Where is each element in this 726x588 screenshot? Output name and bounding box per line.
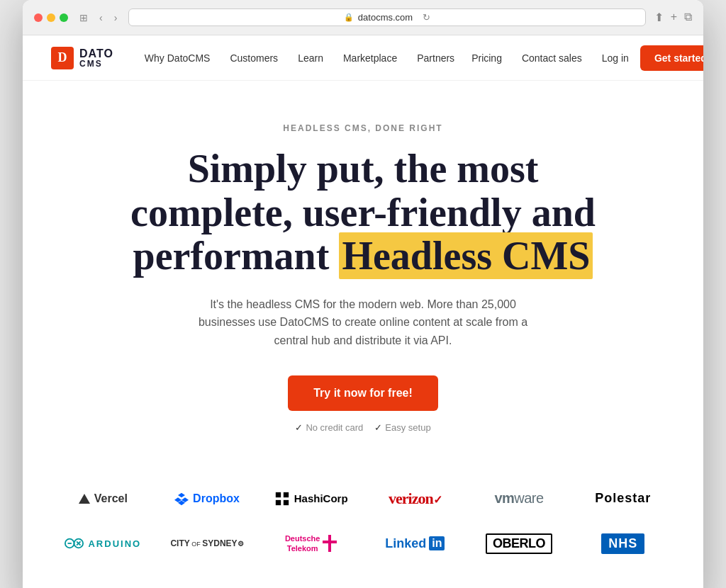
oberlo-label: OBERLO <box>486 533 552 554</box>
checkmark-icon: ✓ <box>295 422 303 433</box>
browser-window: ⊞ ‹ › 🔒 datocms.com ↻ ⬆ + ⧉ D DATO CMS <box>23 0 703 588</box>
logo-nhs: NHS <box>571 528 675 560</box>
browser-action-buttons: ⬆ + ⧉ <box>654 11 692 24</box>
browser-chrome: ⊞ ‹ › 🔒 datocms.com ↻ ⬆ + ⧉ <box>23 0 703 35</box>
share-icon[interactable]: ⬆ <box>654 11 664 24</box>
nav-item-contact[interactable]: Contact sales <box>513 47 591 69</box>
logo-vercel: Vercel <box>51 487 155 511</box>
logo-city-sydney: CITY OF SYDNEY⚙ <box>155 533 259 554</box>
vercel-triangle-icon <box>79 494 90 504</box>
nav-item-customers[interactable]: Customers <box>221 47 286 69</box>
lock-icon: 🔒 <box>344 13 354 22</box>
address-bar[interactable]: 🔒 datocms.com ↻ <box>128 9 645 26</box>
logos-row-2: ARDUINO CITY OF SYDNEY⚙ DeutscheTelekom … <box>51 528 675 560</box>
get-started-button[interactable]: Get started <box>640 45 703 71</box>
hero-headline: Simply put, the most complete, user-frie… <box>115 147 611 278</box>
svg-rect-0 <box>276 492 281 497</box>
logo-dropbox: Dropbox <box>155 486 259 511</box>
arduino-label: ARDUINO <box>65 537 141 550</box>
primary-nav: Why DatoCMS Customers Learn Marketplace … <box>136 47 463 69</box>
vercel-label: Vercel <box>94 492 128 505</box>
hero-section: HEADLESS CMS, DONE RIGHT Simply put, the… <box>23 81 703 461</box>
logo-verizon: verizon✓ <box>363 484 467 514</box>
hero-trust-indicators: ✓ No credit card ✓ Easy setup <box>51 422 675 433</box>
polestar-label: Polestar <box>595 491 651 506</box>
logo-dato: DATO <box>79 48 113 60</box>
telekom-icon <box>323 535 337 552</box>
city-sydney-label: CITY OF SYDNEY⚙ <box>170 538 243 548</box>
logo-arduino: ARDUINO <box>51 531 155 555</box>
logo-polestar: Polestar <box>571 485 675 511</box>
trust-label-2: Easy setup <box>385 422 430 433</box>
linkedin-in-badge: in <box>429 536 445 550</box>
deutsche-telekom-label: DeutscheTelekom <box>285 533 320 554</box>
dropbox-label: Dropbox <box>193 492 240 505</box>
navbar: D DATO CMS Why DatoCMS Customers Learn M… <box>23 35 703 81</box>
nhs-label: NHS <box>601 533 644 554</box>
nav-item-pricing[interactable]: Pricing <box>463 47 510 69</box>
logo-linkedin: Linked in <box>363 531 467 557</box>
tabs-icon[interactable]: ⧉ <box>684 11 692 24</box>
secondary-nav: Pricing Contact sales Log in Get started <box>463 45 703 71</box>
reload-icon[interactable]: ↻ <box>423 12 430 23</box>
dropbox-icon <box>174 492 189 506</box>
logos-section: Vercel Dropbox HashiCorp verizon✓ vmware <box>23 461 703 588</box>
url-text: datocms.com <box>358 12 413 23</box>
minimize-button[interactable] <box>47 13 55 22</box>
back-icon[interactable]: ‹ <box>96 11 106 25</box>
trust-label-1: No credit card <box>306 422 363 433</box>
close-button[interactable] <box>34 13 43 22</box>
hero-eyebrow: HEADLESS CMS, DONE RIGHT <box>51 123 675 133</box>
forward-icon[interactable]: › <box>111 11 121 25</box>
hashicorp-icon <box>274 491 290 507</box>
browser-nav-controls: ⊞ ‹ › <box>77 11 120 25</box>
nav-item-learn[interactable]: Learn <box>289 47 332 69</box>
logo-hashicorp: HashiCorp <box>259 485 363 512</box>
nav-item-why[interactable]: Why DatoCMS <box>136 47 219 69</box>
checkmark-icon-2: ✓ <box>374 422 382 433</box>
logo-text: DATO CMS <box>79 48 113 68</box>
hero-subtext: It's the headless CMS for the modern web… <box>193 295 533 350</box>
hero-cta-container: Try it now for free! <box>51 375 675 422</box>
verizon-label: verizon✓ <box>389 490 442 508</box>
svg-rect-3 <box>284 499 289 504</box>
nav-item-login[interactable]: Log in <box>593 47 637 69</box>
logo-link[interactable]: D DATO CMS <box>51 47 113 69</box>
logos-row-1: Vercel Dropbox HashiCorp verizon✓ vmware <box>51 484 675 514</box>
trust-no-credit-card: ✓ No credit card <box>295 422 363 433</box>
maximize-button[interactable] <box>60 13 68 22</box>
arduino-icon <box>65 537 84 550</box>
hero-cta-button[interactable]: Try it now for free! <box>288 375 438 411</box>
linkedin-label: Linked in <box>385 536 445 551</box>
logo-icon: D <box>51 47 74 69</box>
svg-rect-1 <box>284 492 289 497</box>
logo-oberlo: OBERLO <box>467 528 571 560</box>
logo-vmware: vmware <box>467 485 571 512</box>
sidebar-toggle-icon[interactable]: ⊞ <box>77 11 91 25</box>
nav-item-partners[interactable]: Partners <box>408 47 463 69</box>
hashicorp-label: HashiCorp <box>294 492 348 504</box>
deutsche-telekom-container: DeutscheTelekom <box>285 533 337 554</box>
logo-cms: CMS <box>79 60 113 68</box>
traffic-lights <box>34 13 68 22</box>
new-tab-icon[interactable]: + <box>671 11 677 24</box>
svg-rect-2 <box>276 499 281 504</box>
svg-rect-10 <box>323 541 337 543</box>
headline-highlight: Headless CMS <box>339 232 593 279</box>
trust-easy-setup: ✓ Easy setup <box>374 422 430 433</box>
vmware-label: vmware <box>494 490 543 507</box>
page-content: D DATO CMS Why DatoCMS Customers Learn M… <box>23 35 703 588</box>
nav-item-marketplace[interactable]: Marketplace <box>335 47 406 69</box>
logo-deutsche-telekom: DeutscheTelekom <box>259 528 363 560</box>
